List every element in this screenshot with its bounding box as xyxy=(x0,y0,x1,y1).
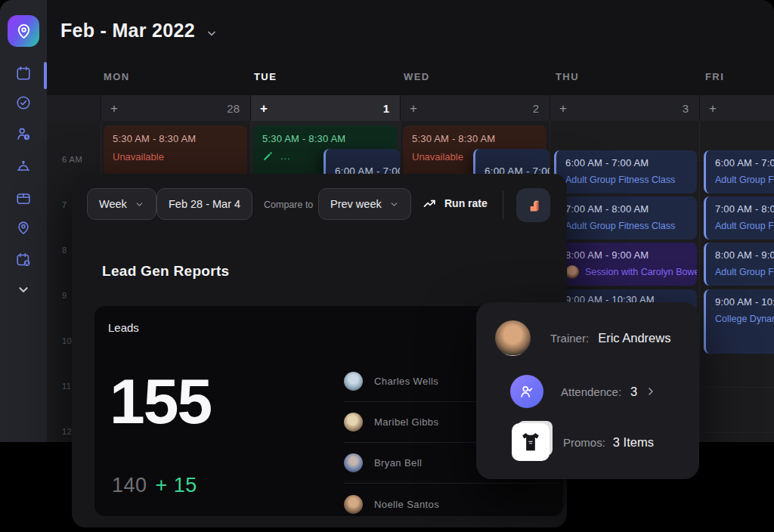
client-clock-icon[interactable] xyxy=(15,125,32,142)
day-label-mon: MON xyxy=(104,71,130,82)
avatar xyxy=(565,265,579,279)
event-time: 8:00 AM - 9:00 AM xyxy=(715,249,774,261)
leads-title: Leads xyxy=(108,321,139,334)
package-box-icon[interactable] xyxy=(15,190,32,206)
avatar xyxy=(495,320,531,356)
app-screen: 6 AM 7 8 9 10 11 12 MON TUE WED THU FRI … xyxy=(0,0,774,532)
date-cell-thu[interactable]: + 3 xyxy=(550,95,699,121)
location-pin-icon xyxy=(15,23,33,40)
event-title: Adult Group Fitness Class xyxy=(565,221,688,231)
panel-heading: Lead Gen Reports xyxy=(102,263,229,280)
trainer-card: Trainer: Eric Andrews Attendence: 3 Prom… xyxy=(476,302,699,479)
staff-calendar-icon[interactable] xyxy=(15,252,32,268)
trainer-label: Trainer: xyxy=(550,332,589,345)
chevron-down-icon[interactable] xyxy=(206,27,218,42)
date-range-button[interactable]: Feb 28 - Mar 4 xyxy=(156,188,252,220)
date-cell-tue[interactable]: + 1 xyxy=(250,95,400,121)
toolbar-divider xyxy=(503,190,503,219)
brand-block-icon xyxy=(524,196,543,215)
date-number: 1 xyxy=(383,102,389,115)
compare-value-label: Prev week xyxy=(330,198,382,210)
date-cell-fri[interactable]: + xyxy=(699,95,774,121)
event-note: ... xyxy=(280,154,291,158)
event-time: 6:00 AM - 7:00 AM xyxy=(715,157,774,169)
list-item[interactable]: Noelle Santos xyxy=(344,484,562,516)
edit-pencil-icon[interactable] xyxy=(262,150,274,162)
attendance-value: 3 xyxy=(630,385,637,399)
service-bell-icon[interactable] xyxy=(15,158,32,175)
person-name: Maribel Gibbs xyxy=(374,416,438,428)
attendance-row[interactable]: Attendence: 3 xyxy=(510,370,687,413)
event-time: 7:00 AM - 8:00 AM xyxy=(715,203,774,215)
event-card[interactable]: 8:00 AM - 9:00 AM Session with Carolyn B… xyxy=(554,243,697,286)
attendance-icon-circle xyxy=(510,375,543,408)
event-card[interactable]: 6:00 AM - 7:00 AM Adult Group Fitness Cl… xyxy=(554,150,697,193)
date-number: 28 xyxy=(227,102,240,115)
time-label: 12 xyxy=(62,427,72,436)
date-number: 3 xyxy=(683,102,689,115)
time-label: 8 xyxy=(62,246,67,255)
period-label: Week xyxy=(99,198,127,210)
chevron-down-icon xyxy=(389,200,399,209)
day-label-wed: WED xyxy=(404,71,430,82)
calendar-icon[interactable] xyxy=(15,65,32,82)
integration-button[interactable] xyxy=(516,188,550,222)
event-card[interactable]: 7:00 AM - 8:00 AM Adult Group Fitness Cl… xyxy=(554,196,697,240)
add-event-button[interactable]: + xyxy=(709,102,717,115)
time-label: 6 AM xyxy=(62,155,82,164)
avatar xyxy=(344,453,363,472)
tshirt-icon xyxy=(517,428,544,456)
date-cell-gutter xyxy=(47,95,101,121)
leads-previous: 140 xyxy=(112,474,147,497)
event-title: Adult Group Fitness Class xyxy=(565,175,688,185)
run-rate-toggle[interactable]: Run rate xyxy=(423,196,488,211)
event-time: 5:30 AM - 8:30 AM xyxy=(113,133,238,144)
event-title: Adult Group Fitness Class xyxy=(715,267,774,277)
avatar xyxy=(344,495,363,514)
event-title: College Dynamics xyxy=(715,314,774,324)
chevron-down-icon xyxy=(135,200,144,209)
check-circle-icon[interactable] xyxy=(15,94,32,111)
trainer-row: Trainer: Eric Andrews xyxy=(495,319,687,357)
date-cell-wed[interactable]: + 2 xyxy=(400,95,550,121)
time-label: 7 xyxy=(62,200,67,209)
person-name: Noelle Santos xyxy=(374,499,439,510)
leads-value: 155 xyxy=(110,370,211,433)
sidebar xyxy=(0,0,47,442)
add-event-button[interactable]: + xyxy=(410,102,417,115)
chevron-right-icon xyxy=(645,385,657,397)
event-card[interactable]: 8:00 AM - 9:00 AM Adult Group Fitness Cl… xyxy=(704,243,774,286)
leads-comparison: 140 + 15 xyxy=(112,474,197,497)
event-card[interactable]: 7:00 AM - 8:00 AM Adult Group Fitness Cl… xyxy=(704,196,774,240)
column-divider xyxy=(699,121,700,442)
compare-to-label: Compare to xyxy=(264,200,313,210)
event-time: 8:00 AM - 9:00 AM xyxy=(565,249,688,261)
day-label-tue: TUE xyxy=(254,71,277,82)
event-title: Session with Carolyn Bowers xyxy=(585,267,697,277)
trending-up-icon xyxy=(423,196,438,211)
page-title[interactable]: Feb - Mar 2022 xyxy=(60,20,195,42)
date-range-label: Feb 28 - Mar 4 xyxy=(169,198,240,210)
user-check-icon xyxy=(519,383,535,400)
add-event-button[interactable]: + xyxy=(559,102,567,115)
event-time: 5:30 AM - 8:30 AM xyxy=(262,133,388,144)
attendance-label: Attendence: xyxy=(561,385,621,398)
active-nav-indicator xyxy=(44,62,47,89)
compare-select[interactable]: Prev week xyxy=(318,188,411,220)
promos-row[interactable]: Promos: 3 Items xyxy=(512,420,687,464)
promo-item-thumbnail xyxy=(512,423,550,461)
app-logo xyxy=(8,15,39,47)
expand-more-icon[interactable] xyxy=(15,281,32,298)
location-pin-icon[interactable] xyxy=(15,219,32,236)
promos-value: 3 Items xyxy=(613,435,654,450)
add-event-button[interactable]: + xyxy=(260,102,268,115)
day-label-thu: THU xyxy=(556,71,579,82)
person-name: Bryan Bell xyxy=(374,457,422,469)
period-select[interactable]: Week xyxy=(87,188,156,220)
date-cell-mon[interactable]: + 28 xyxy=(101,95,250,121)
event-card[interactable]: 9:00 AM - 10:30 AM College Dynamics xyxy=(704,289,774,354)
event-time: 6:00 AM - 7:00 AM xyxy=(565,157,688,169)
event-card[interactable]: 6:00 AM - 7:00 AM Adult Group Fitness Cl… xyxy=(704,150,774,193)
add-event-button[interactable]: + xyxy=(110,102,118,115)
trainer-value: Eric Andrews xyxy=(598,331,670,345)
